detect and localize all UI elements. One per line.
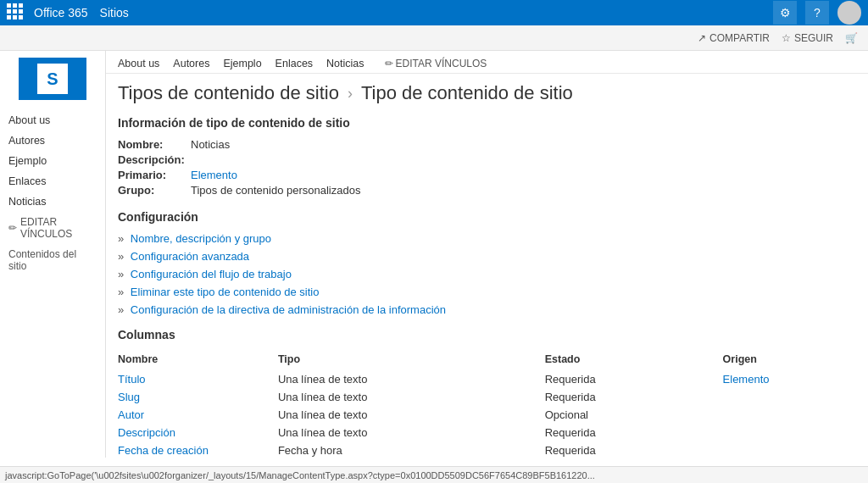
col-origen-link-0[interactable]: Elemento bbox=[723, 373, 770, 386]
topnav-enlaces[interactable]: Enlaces bbox=[275, 58, 313, 69]
avatar[interactable] bbox=[837, 1, 861, 25]
info-row-nombre: Nombre: Noticias bbox=[118, 138, 856, 151]
compartir-label: COMPARTIR bbox=[709, 32, 770, 44]
config-link-nombre[interactable]: Nombre, descripción y grupo bbox=[131, 232, 271, 245]
col-nombre-cell-1: Slug bbox=[118, 388, 278, 406]
col-estado-cell-1: Requerida bbox=[545, 388, 723, 406]
content-area: About us Autores Ejemplo Enlaces Noticia… bbox=[106, 51, 868, 458]
breadcrumb-parent[interactable]: Tipos de contenido de sitio bbox=[118, 82, 339, 104]
columns-header-row: Nombre Tipo Estado Origen bbox=[118, 350, 856, 370]
col-origen-cell-1 bbox=[723, 388, 856, 406]
col-origen-cell-4 bbox=[723, 441, 856, 458]
info-row-descripcion: Descripción: bbox=[118, 153, 856, 166]
info-table: Nombre: Noticias Descripción: Primario: … bbox=[118, 138, 856, 197]
config-link-flujo[interactable]: Configuración del flujo de trabajo bbox=[131, 268, 292, 280]
breadcrumb-current: Tipo de contenido de sitio bbox=[361, 82, 573, 104]
grupo-value: Tipos de contenido personalizados bbox=[191, 184, 360, 197]
col-nombre-cell-0: Título bbox=[118, 370, 278, 388]
sidebar-contents[interactable]: Contenidos del sitio bbox=[0, 244, 105, 276]
info-row-primario: Primario: Elemento bbox=[118, 169, 856, 181]
configuracion-title: Configuración bbox=[118, 210, 856, 224]
sidebar-item-about-us[interactable]: About us bbox=[0, 110, 105, 130]
info-section-title: Información de tipo de contenido de siti… bbox=[118, 116, 856, 130]
col-header-origen: Origen bbox=[723, 350, 856, 370]
sidebar-item-ejemplo[interactable]: Ejemplo bbox=[0, 151, 105, 171]
seguir-label: SEGUIR bbox=[794, 32, 833, 44]
primario-link[interactable]: Elemento bbox=[191, 169, 237, 181]
content-body: Información de tipo de contenido de siti… bbox=[106, 111, 868, 458]
sidebar: S About us Autores Ejemplo Enlaces Notic… bbox=[0, 51, 106, 458]
sidebar-item-autores[interactable]: Autores bbox=[0, 130, 105, 151]
office365-label[interactable]: Office 365 bbox=[34, 6, 88, 19]
table-row: Fecha de creaciónFecha y horaRequerida bbox=[118, 441, 856, 458]
col-header-tipo: Tipo bbox=[278, 350, 545, 370]
table-row: SlugUna línea de textoRequerida bbox=[118, 388, 856, 406]
table-row: AutorUna línea de textoOpcional bbox=[118, 406, 856, 424]
topnav-edit-links[interactable]: ✏ EDITAR VÍNCULOS bbox=[385, 58, 487, 69]
sitios-label: Sitios bbox=[100, 6, 129, 19]
grid-icon[interactable] bbox=[7, 3, 25, 22]
share-icon: ↗ bbox=[698, 32, 706, 44]
second-bar: ↗ COMPARTIR ☆ SEGUIR 🛒 bbox=[0, 25, 868, 51]
col-nombre-cell-3: Descripción bbox=[118, 424, 278, 441]
col-tipo-cell-0: Una línea de texto bbox=[278, 370, 545, 388]
grupo-label: Grupo: bbox=[118, 184, 186, 197]
compartir-button[interactable]: ↗ COMPARTIR bbox=[698, 32, 770, 44]
config-link-eliminar[interactable]: Eliminar este tipo de contenido de sitio bbox=[131, 286, 320, 298]
config-link-4: Configuración de la directiva de adminis… bbox=[118, 303, 856, 316]
col-nombre-link-2[interactable]: Autor bbox=[118, 408, 144, 421]
col-tipo-cell-1: Una línea de texto bbox=[278, 388, 545, 406]
info-row-grupo: Grupo: Tipos de contenido personalizados bbox=[118, 184, 856, 197]
main-layout: S About us Autores Ejemplo Enlaces Notic… bbox=[0, 51, 868, 458]
columns-table: Nombre Tipo Estado Origen TítuloUna líne… bbox=[118, 350, 856, 458]
col-nombre-link-0[interactable]: Título bbox=[118, 373, 146, 386]
top-bar: Office 365 Sitios ⚙ ? bbox=[0, 0, 868, 25]
seguir-button[interactable]: ☆ SEGUIR bbox=[782, 32, 833, 44]
nombre-value: Noticias bbox=[191, 138, 230, 151]
top-bar-right: ⚙ ? bbox=[773, 1, 861, 25]
topnav-about-us[interactable]: About us bbox=[118, 58, 159, 69]
col-header-estado: Estado bbox=[545, 350, 723, 370]
col-nombre-link-1[interactable]: Slug bbox=[118, 391, 140, 403]
columns-section: Columnas Nombre Tipo Estado Origen Títul… bbox=[118, 328, 856, 458]
breadcrumb-arrow: › bbox=[348, 85, 353, 103]
sidebar-item-enlaces[interactable]: Enlaces bbox=[0, 171, 105, 192]
col-estado-cell-2: Opcional bbox=[545, 406, 723, 424]
star-icon: ☆ bbox=[782, 32, 791, 44]
col-estado-cell-3: Requerida bbox=[545, 424, 723, 441]
primario-label: Primario: bbox=[118, 169, 186, 181]
sidebar-item-noticias[interactable]: Noticias bbox=[0, 192, 105, 212]
config-link-directiva[interactable]: Configuración de la directiva de adminis… bbox=[131, 303, 446, 316]
pencil-icon-nav: ✏ bbox=[385, 58, 393, 69]
col-nombre-link-4[interactable]: Fecha de creación bbox=[118, 444, 209, 457]
col-nombre-cell-4: Fecha de creación bbox=[118, 441, 278, 458]
topnav-ejemplo[interactable]: Ejemplo bbox=[223, 58, 261, 69]
topnav-autores[interactable]: Autores bbox=[173, 58, 209, 69]
sidebar-logo[interactable]: S bbox=[19, 58, 86, 100]
basket-button[interactable]: 🛒 bbox=[845, 32, 858, 44]
topnav-edit-label: EDITAR VÍNCULOS bbox=[396, 58, 487, 69]
topnav-noticias[interactable]: Noticias bbox=[326, 58, 364, 69]
config-link-3: Eliminar este tipo de contenido de sitio bbox=[118, 286, 856, 298]
gear-button[interactable]: ⚙ bbox=[773, 1, 797, 25]
col-tipo-cell-4: Fecha y hora bbox=[278, 441, 545, 458]
configuracion-section: Configuración Nombre, descripción y grup… bbox=[118, 210, 856, 316]
col-origen-cell-2 bbox=[723, 406, 856, 424]
config-link-avanzada[interactable]: Configuración avanzada bbox=[131, 250, 249, 263]
col-nombre-link-3[interactable]: Descripción bbox=[118, 426, 175, 439]
col-estado-cell-0: Requerida bbox=[545, 370, 723, 388]
sidebar-edit-links[interactable]: ✏ EDITAR VÍNCULOS bbox=[0, 212, 105, 244]
help-button[interactable]: ? bbox=[805, 1, 829, 25]
col-tipo-cell-3: Una línea de texto bbox=[278, 424, 545, 441]
basket-icon: 🛒 bbox=[845, 32, 858, 44]
col-origen-cell-0: Elemento bbox=[723, 370, 856, 388]
info-section: Información de tipo de contenido de siti… bbox=[118, 116, 856, 197]
col-origen-cell-3 bbox=[723, 424, 856, 441]
config-link-0: Nombre, descripción y grupo bbox=[118, 232, 856, 245]
table-row: DescripciónUna línea de textoRequerida bbox=[118, 424, 856, 441]
sidebar-edit-label: EDITAR VÍNCULOS bbox=[20, 216, 97, 240]
col-tipo-cell-2: Una línea de texto bbox=[278, 406, 545, 424]
nombre-label: Nombre: bbox=[118, 138, 186, 151]
config-link-2: Configuración del flujo de trabajo bbox=[118, 268, 856, 280]
content-top-nav: About us Autores Ejemplo Enlaces Noticia… bbox=[106, 51, 868, 74]
